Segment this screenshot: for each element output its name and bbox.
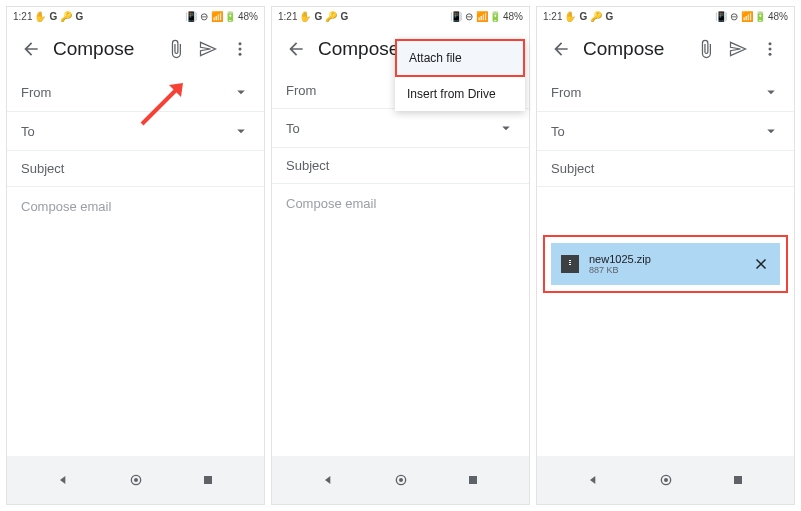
wifi-icon: 📶 <box>742 11 752 21</box>
toolbar: Compose <box>537 25 794 73</box>
status-time: 1:21 <box>543 11 562 22</box>
body-input[interactable]: Compose email <box>272 184 529 456</box>
nav-recent-icon[interactable] <box>730 472 746 488</box>
to-label: To <box>21 124 232 139</box>
attachment-filesize: 887 KB <box>589 265 742 275</box>
chevron-down-icon <box>762 122 780 140</box>
zip-file-icon <box>561 255 579 273</box>
subject-field[interactable]: Subject <box>272 148 529 184</box>
from-field[interactable]: From <box>7 73 264 112</box>
nav-recent-icon[interactable] <box>200 472 216 488</box>
nav-back-icon[interactable] <box>321 472 337 488</box>
nav-bar <box>272 456 529 504</box>
from-label: From <box>551 85 762 100</box>
hand-icon: ✋ <box>565 11 575 21</box>
send-button[interactable] <box>192 33 224 65</box>
subject-label: Subject <box>21 161 250 176</box>
nav-back-icon[interactable] <box>56 472 72 488</box>
key-icon: 🔑 <box>61 11 71 21</box>
svg-point-9 <box>399 478 403 482</box>
battery-percent: 48% <box>768 11 788 22</box>
svg-point-1 <box>239 48 242 51</box>
remove-attachment-button[interactable] <box>752 255 770 273</box>
nav-bar <box>537 456 794 504</box>
body-input[interactable]: Compose email <box>7 187 264 456</box>
dnd-icon: ⊖ <box>729 11 739 21</box>
svg-point-6 <box>134 478 138 482</box>
menu-item-insert-drive[interactable]: Insert from Drive <box>395 77 525 111</box>
wifi-icon: 📶 <box>477 11 487 21</box>
attachment-chip[interactable]: new1025.zip 887 KB <box>551 243 780 285</box>
google-icon: G <box>313 11 323 21</box>
chevron-down-icon <box>762 83 780 101</box>
svg-rect-10 <box>469 476 477 484</box>
nav-home-icon[interactable] <box>393 472 409 488</box>
google-icon: G <box>339 11 349 21</box>
svg-point-11 <box>769 42 772 45</box>
svg-rect-7 <box>204 476 212 484</box>
vibrate-icon: 📳 <box>186 11 196 21</box>
svg-point-2 <box>239 53 242 56</box>
menu-item-attach-file[interactable]: Attach file <box>395 39 525 77</box>
battery-icon: 🔋 <box>490 11 500 21</box>
battery-percent: 48% <box>503 11 523 22</box>
nav-bar <box>7 456 264 504</box>
google-icon: G <box>604 11 614 21</box>
status-bar: 1:21 ✋ G 🔑 G 📳 ⊖ 📶 🔋 48% <box>7 7 264 25</box>
back-button[interactable] <box>545 33 577 65</box>
screen-compose-popup: 1:21 ✋ G 🔑 G 📳 ⊖ 📶 🔋 48% Compose Attach … <box>271 6 530 505</box>
battery-percent: 48% <box>238 11 258 22</box>
status-time: 1:21 <box>13 11 32 22</box>
screen-compose-attached: 1:21 ✋ G 🔑 G 📳 ⊖ 📶 🔋 48% Compose From <box>536 6 795 505</box>
chevron-down-icon <box>497 119 515 137</box>
dnd-icon: ⊖ <box>464 11 474 21</box>
to-field[interactable]: To <box>7 112 264 151</box>
back-button[interactable] <box>15 33 47 65</box>
attachment-filename: new1025.zip <box>589 253 742 265</box>
overflow-button[interactable] <box>754 33 786 65</box>
screen-compose-initial: 1:21 ✋ G 🔑 G 📳 ⊖ 📶 🔋 48% Compose <box>6 6 265 505</box>
svg-rect-16 <box>734 476 742 484</box>
nav-recent-icon[interactable] <box>465 472 481 488</box>
hand-icon: ✋ <box>300 11 310 21</box>
google-icon: G <box>74 11 84 21</box>
svg-point-0 <box>239 42 242 45</box>
to-field[interactable]: To <box>537 112 794 151</box>
vibrate-icon: 📳 <box>451 11 461 21</box>
dnd-icon: ⊖ <box>199 11 209 21</box>
svg-point-12 <box>769 48 772 51</box>
subject-label: Subject <box>286 158 515 173</box>
nav-home-icon[interactable] <box>658 472 674 488</box>
page-title: Compose <box>53 38 160 60</box>
key-icon: 🔑 <box>591 11 601 21</box>
svg-point-15 <box>664 478 668 482</box>
from-field[interactable]: From <box>537 73 794 112</box>
attachment-highlight: new1025.zip 887 KB <box>543 235 788 293</box>
body-area[interactable]: new1025.zip 887 KB <box>537 187 794 456</box>
battery-icon: 🔋 <box>755 11 765 21</box>
to-label: To <box>286 121 497 136</box>
wifi-icon: 📶 <box>212 11 222 21</box>
from-label: From <box>21 85 232 100</box>
overflow-button[interactable] <box>224 33 256 65</box>
back-button[interactable] <box>280 33 312 65</box>
subject-label: Subject <box>551 161 780 176</box>
battery-icon: 🔋 <box>225 11 235 21</box>
attach-button[interactable] <box>160 33 192 65</box>
nav-back-icon[interactable] <box>586 472 602 488</box>
status-bar: 1:21 ✋ G 🔑 G 📳 ⊖ 📶 🔋 48% <box>537 7 794 25</box>
status-time: 1:21 <box>278 11 297 22</box>
send-button[interactable] <box>722 33 754 65</box>
toolbar: Compose <box>7 25 264 73</box>
to-label: To <box>551 124 762 139</box>
nav-home-icon[interactable] <box>128 472 144 488</box>
subject-field[interactable]: Subject <box>7 151 264 187</box>
attach-button[interactable] <box>690 33 722 65</box>
chevron-down-icon <box>232 122 250 140</box>
subject-field[interactable]: Subject <box>537 151 794 187</box>
hand-icon: ✋ <box>35 11 45 21</box>
vibrate-icon: 📳 <box>716 11 726 21</box>
key-icon: 🔑 <box>326 11 336 21</box>
page-title: Compose <box>583 38 690 60</box>
to-field[interactable]: To <box>272 109 529 148</box>
